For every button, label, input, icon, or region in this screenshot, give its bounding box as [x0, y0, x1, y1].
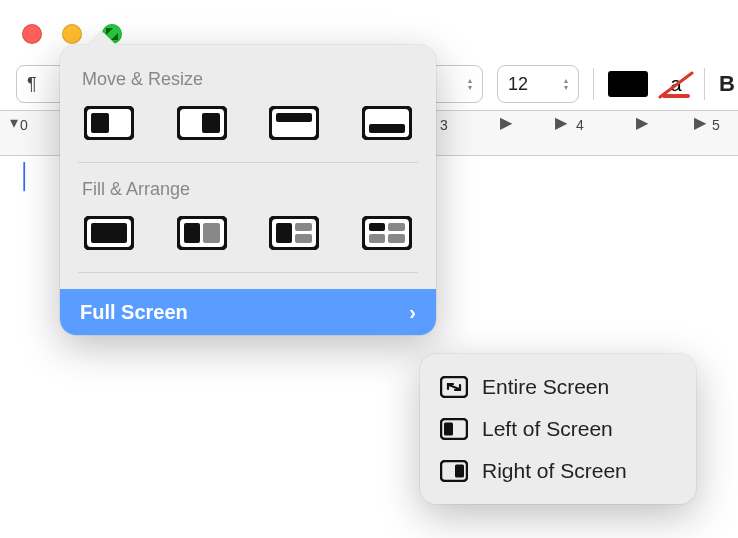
left-two-thirds-icon [177, 216, 227, 250]
toolbar-divider [593, 68, 594, 100]
tile-left-stack-button[interactable] [267, 214, 321, 252]
text-color-glyph: a [670, 73, 681, 95]
entire-screen-icon [440, 376, 468, 398]
submenu-label: Entire Screen [482, 375, 609, 399]
chevron-updown-icon: ▴▾ [468, 77, 472, 91]
svg-rect-19 [369, 223, 385, 231]
pilcrow-icon: ¶ [27, 74, 37, 95]
tile-bottom-half-button[interactable] [360, 104, 414, 142]
tile-right-half-button[interactable] [175, 104, 229, 142]
top-half-icon [269, 106, 319, 140]
tab-marker-icon[interactable]: ▶ [636, 113, 648, 132]
right-half-icon [177, 106, 227, 140]
window-tiling-popover: Move & Resize Fill & Arrange Full Scr [60, 45, 436, 335]
tile-top-half-button[interactable] [267, 104, 321, 142]
divider [78, 162, 418, 163]
submenu-label: Left of Screen [482, 417, 613, 441]
fill-color-button[interactable] [608, 71, 648, 97]
svg-line-24 [449, 385, 459, 389]
move-resize-heading: Move & Resize [82, 69, 414, 90]
font-size-select[interactable]: 12 ▴▾ [497, 65, 579, 103]
left-of-screen-item[interactable]: Left of Screen [428, 408, 688, 450]
chevron-updown-icon: ▴▾ [564, 77, 568, 91]
svg-rect-6 [276, 113, 312, 122]
svg-rect-18 [363, 217, 411, 249]
svg-rect-4 [202, 113, 220, 133]
fill-arrange-heading: Fill & Arrange [82, 179, 414, 200]
tile-left-two-thirds-button[interactable] [175, 214, 229, 252]
fill-arrange-grid [78, 214, 418, 272]
left-stack-icon [269, 216, 319, 250]
svg-rect-16 [295, 223, 312, 231]
tab-marker-icon[interactable]: ▶ [694, 113, 706, 132]
svg-rect-22 [388, 234, 405, 243]
text-color-button[interactable]: a [662, 73, 690, 96]
full-screen-submenu: Entire Screen Left of Screen Right of Sc… [420, 354, 696, 504]
bottom-half-icon [362, 106, 412, 140]
tile-left-half-button[interactable] [82, 104, 136, 142]
ruler-number: 4 [576, 117, 584, 133]
tab-marker-icon[interactable]: ▶ [500, 113, 512, 132]
text-color-underline [662, 94, 690, 98]
full-screen-menu-item[interactable]: Full Screen › [60, 289, 436, 335]
entire-screen-item[interactable]: Entire Screen [428, 366, 688, 408]
svg-rect-2 [91, 113, 109, 133]
left-of-screen-icon [440, 418, 468, 440]
full-screen-label: Full Screen [80, 301, 188, 324]
text-cursor: │ [18, 162, 33, 190]
ruler-number: 3 [440, 117, 448, 133]
svg-rect-13 [203, 223, 220, 243]
svg-rect-15 [276, 223, 292, 243]
ruler-number: 5 [712, 117, 720, 133]
left-half-icon [84, 106, 134, 140]
right-of-screen-icon [440, 460, 468, 482]
fill-icon [84, 216, 134, 250]
bold-button[interactable]: B [719, 71, 735, 97]
right-of-screen-item[interactable]: Right of Screen [428, 450, 688, 492]
submenu-label: Right of Screen [482, 459, 627, 483]
indent-marker-icon[interactable]: ▾ [10, 113, 18, 132]
svg-rect-5 [270, 107, 318, 139]
svg-rect-17 [295, 234, 312, 243]
font-size-value: 12 [508, 74, 528, 95]
svg-rect-7 [363, 107, 411, 139]
ruler-number: 0 [20, 117, 28, 133]
color-swatch-icon [608, 71, 648, 97]
svg-rect-12 [184, 223, 200, 243]
move-resize-grid [78, 104, 418, 162]
quadrants-icon [362, 216, 412, 250]
svg-rect-26 [444, 423, 453, 436]
chevron-right-icon: › [409, 301, 416, 324]
minimize-window-button[interactable] [62, 24, 82, 44]
tile-fill-button[interactable] [82, 214, 136, 252]
tile-quadrants-button[interactable] [360, 214, 414, 252]
tab-marker-icon[interactable]: ▶ [555, 113, 567, 132]
svg-rect-10 [91, 223, 127, 243]
close-window-button[interactable] [22, 24, 42, 44]
svg-rect-21 [369, 234, 385, 243]
svg-rect-8 [369, 124, 405, 133]
svg-rect-28 [455, 465, 464, 478]
toolbar-divider [704, 68, 705, 100]
divider [78, 272, 418, 273]
svg-rect-20 [388, 223, 405, 231]
